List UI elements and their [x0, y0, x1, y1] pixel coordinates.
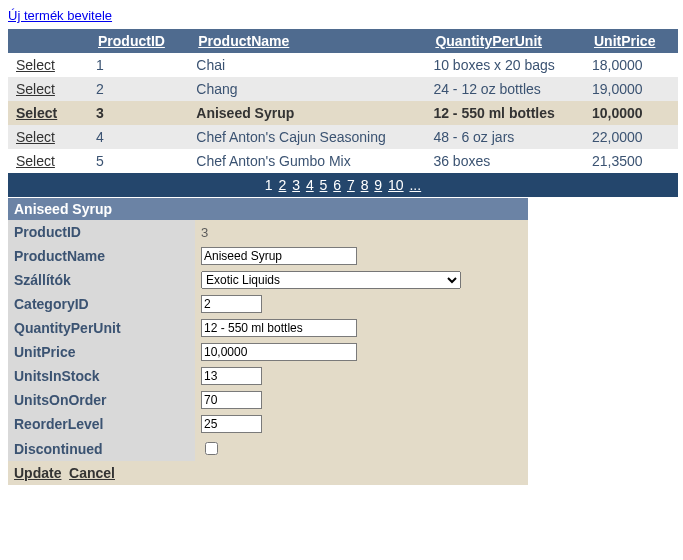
cell-name: Chai — [188, 53, 425, 77]
cell-price: 19,0000 — [584, 77, 678, 101]
details-form: Aniseed Syrup ProductID3ProductNameSzáll… — [8, 198, 528, 485]
cell-name: Aniseed Syrup — [188, 101, 425, 125]
cell-qpu: 24 - 12 oz bottles — [425, 77, 584, 101]
field-label-unitsinstock: UnitsInStock — [8, 364, 195, 388]
cell-qpu: 36 boxes — [425, 149, 584, 173]
field-input-unitsonorder[interactable] — [201, 391, 262, 409]
pager-link[interactable]: 9 — [374, 177, 382, 193]
pager-link[interactable]: ... — [409, 177, 421, 193]
cell-price: 21,3500 — [584, 149, 678, 173]
field-label-quantityperunit: QuantityPerUnit — [8, 316, 195, 340]
table-row: Select4Chef Anton's Cajun Seasoning48 - … — [8, 125, 678, 149]
cell-name: Chef Anton's Gumbo Mix — [188, 149, 425, 173]
field-label-categoryid: CategoryID — [8, 292, 195, 316]
cell-id: 1 — [88, 53, 188, 77]
field-input-reorderlevel[interactable] — [201, 415, 262, 433]
pager-link: 1 — [265, 177, 273, 193]
cell-qpu: 10 boxes x 20 bags — [425, 53, 584, 77]
select-link[interactable]: Select — [16, 153, 55, 169]
select-link[interactable]: Select — [16, 105, 57, 121]
new-product-link[interactable]: Új termék bevitele — [8, 8, 112, 23]
pager-link[interactable]: 6 — [333, 177, 341, 193]
field-input-quantityperunit[interactable] — [201, 319, 357, 337]
pager-link[interactable]: 5 — [320, 177, 328, 193]
select-link[interactable]: Select — [16, 81, 55, 97]
field-label-productid: ProductID — [8, 220, 195, 244]
pager-link[interactable]: 8 — [361, 177, 369, 193]
cell-id: 3 — [88, 101, 188, 125]
update-button[interactable]: Update — [14, 465, 61, 481]
cell-name: Chang — [188, 77, 425, 101]
cell-id: 4 — [88, 125, 188, 149]
table-row: Select1Chai10 boxes x 20 bags18,0000 — [8, 53, 678, 77]
cell-name: Chef Anton's Cajun Seasoning — [188, 125, 425, 149]
table-row: Select3Aniseed Syrup12 - 550 ml bottles1… — [8, 101, 678, 125]
pager-link[interactable]: 4 — [306, 177, 314, 193]
field-label-unitprice: UnitPrice — [8, 340, 195, 364]
pager: 1 2 3 4 5 6 7 8 9 10 ... — [8, 173, 678, 197]
table-row: Select5Chef Anton's Gumbo Mix36 boxes21,… — [8, 149, 678, 173]
pager-link[interactable]: 7 — [347, 177, 355, 193]
col-unitprice[interactable]: UnitPrice — [584, 29, 678, 53]
cell-price: 10,0000 — [584, 101, 678, 125]
products-grid: ProductID ProductName QuantityPerUnit Un… — [8, 29, 678, 197]
cell-price: 22,0000 — [584, 125, 678, 149]
pager-link[interactable]: 10 — [388, 177, 404, 193]
field-label-productname: ProductName — [8, 244, 195, 268]
field-label-unitsonorder: UnitsOnOrder — [8, 388, 195, 412]
pager-link[interactable]: 3 — [292, 177, 300, 193]
field-input-unitprice[interactable] — [201, 343, 357, 361]
cell-price: 18,0000 — [584, 53, 678, 77]
col-quantityperunit[interactable]: QuantityPerUnit — [425, 29, 584, 53]
cell-qpu: 48 - 6 oz jars — [425, 125, 584, 149]
select-link[interactable]: Select — [16, 129, 55, 145]
cell-qpu: 12 - 550 ml bottles — [425, 101, 584, 125]
field-checkbox-discontinued[interactable] — [205, 442, 218, 455]
field-label-supplier: Szállítók — [8, 268, 195, 292]
cell-id: 2 — [88, 77, 188, 101]
field-label-discontinued: Discontinued — [8, 436, 195, 461]
field-input-categoryid[interactable] — [201, 295, 262, 313]
field-value-productid: 3 — [201, 225, 208, 240]
field-select-supplier[interactable]: Exotic Liquids — [201, 271, 461, 289]
details-title: Aniseed Syrup — [8, 198, 528, 220]
table-row: Select2Chang24 - 12 oz bottles19,0000 — [8, 77, 678, 101]
field-input-unitsinstock[interactable] — [201, 367, 262, 385]
cell-id: 5 — [88, 149, 188, 173]
cancel-button[interactable]: Cancel — [69, 465, 115, 481]
field-label-reorderlevel: ReorderLevel — [8, 412, 195, 436]
col-select — [8, 29, 88, 53]
col-productname[interactable]: ProductName — [188, 29, 425, 53]
field-input-productname[interactable] — [201, 247, 357, 265]
select-link[interactable]: Select — [16, 57, 55, 73]
pager-link[interactable]: 2 — [279, 177, 287, 193]
col-productid[interactable]: ProductID — [88, 29, 188, 53]
